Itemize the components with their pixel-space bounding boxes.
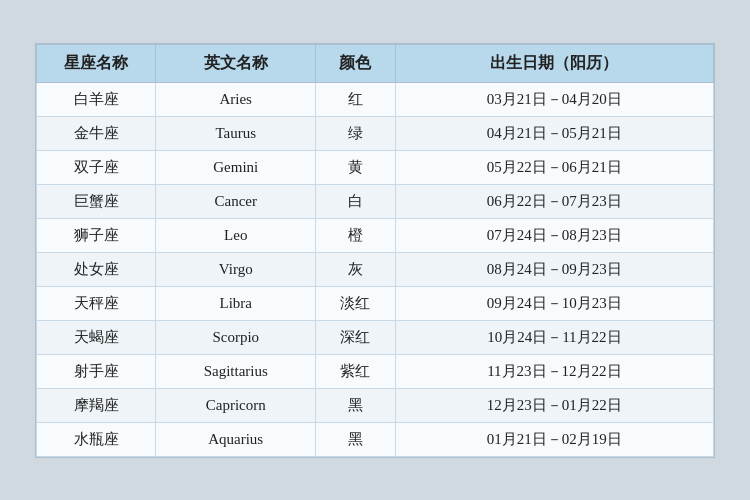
cell-chinese: 天秤座 <box>37 286 156 320</box>
cell-chinese: 白羊座 <box>37 82 156 116</box>
cell-english: Leo <box>156 218 316 252</box>
cell-date: 10月24日－11月22日 <box>395 320 713 354</box>
table-row: 巨蟹座Cancer白06月22日－07月23日 <box>37 184 714 218</box>
cell-date: 06月22日－07月23日 <box>395 184 713 218</box>
cell-english: Virgo <box>156 252 316 286</box>
cell-color: 黑 <box>315 388 395 422</box>
cell-chinese: 巨蟹座 <box>37 184 156 218</box>
cell-english: Sagittarius <box>156 354 316 388</box>
cell-chinese: 水瓶座 <box>37 422 156 456</box>
cell-date: 04月21日－05月21日 <box>395 116 713 150</box>
cell-color: 绿 <box>315 116 395 150</box>
cell-chinese: 金牛座 <box>37 116 156 150</box>
cell-date: 01月21日－02月19日 <box>395 422 713 456</box>
cell-english: Scorpio <box>156 320 316 354</box>
cell-color: 橙 <box>315 218 395 252</box>
cell-color: 黑 <box>315 422 395 456</box>
header-color: 颜色 <box>315 44 395 82</box>
cell-color: 白 <box>315 184 395 218</box>
cell-chinese: 狮子座 <box>37 218 156 252</box>
cell-color: 黄 <box>315 150 395 184</box>
cell-english: Capricorn <box>156 388 316 422</box>
cell-date: 03月21日－04月20日 <box>395 82 713 116</box>
cell-date: 08月24日－09月23日 <box>395 252 713 286</box>
table-row: 天秤座Libra淡红09月24日－10月23日 <box>37 286 714 320</box>
header-english: 英文名称 <box>156 44 316 82</box>
cell-color: 灰 <box>315 252 395 286</box>
cell-color: 淡红 <box>315 286 395 320</box>
cell-chinese: 天蝎座 <box>37 320 156 354</box>
zodiac-table-container: 星座名称 英文名称 颜色 出生日期（阳历） 白羊座Aries红03月21日－04… <box>35 43 715 458</box>
cell-english: Taurus <box>156 116 316 150</box>
cell-date: 09月24日－10月23日 <box>395 286 713 320</box>
cell-english: Gemini <box>156 150 316 184</box>
table-row: 射手座Sagittarius紫红11月23日－12月22日 <box>37 354 714 388</box>
zodiac-table: 星座名称 英文名称 颜色 出生日期（阳历） 白羊座Aries红03月21日－04… <box>36 44 714 457</box>
table-row: 天蝎座Scorpio深红10月24日－11月22日 <box>37 320 714 354</box>
table-row: 双子座Gemini黄05月22日－06月21日 <box>37 150 714 184</box>
cell-chinese: 双子座 <box>37 150 156 184</box>
cell-chinese: 射手座 <box>37 354 156 388</box>
cell-english: Cancer <box>156 184 316 218</box>
cell-color: 紫红 <box>315 354 395 388</box>
cell-english: Libra <box>156 286 316 320</box>
table-row: 摩羯座Capricorn黑12月23日－01月22日 <box>37 388 714 422</box>
table-row: 白羊座Aries红03月21日－04月20日 <box>37 82 714 116</box>
table-row: 金牛座Taurus绿04月21日－05月21日 <box>37 116 714 150</box>
table-header-row: 星座名称 英文名称 颜色 出生日期（阳历） <box>37 44 714 82</box>
table-row: 处女座Virgo灰08月24日－09月23日 <box>37 252 714 286</box>
cell-chinese: 处女座 <box>37 252 156 286</box>
cell-date: 05月22日－06月21日 <box>395 150 713 184</box>
table-row: 水瓶座Aquarius黑01月21日－02月19日 <box>37 422 714 456</box>
cell-color: 红 <box>315 82 395 116</box>
cell-date: 11月23日－12月22日 <box>395 354 713 388</box>
header-chinese: 星座名称 <box>37 44 156 82</box>
cell-color: 深红 <box>315 320 395 354</box>
table-row: 狮子座Leo橙07月24日－08月23日 <box>37 218 714 252</box>
header-date: 出生日期（阳历） <box>395 44 713 82</box>
cell-english: Aquarius <box>156 422 316 456</box>
cell-date: 12月23日－01月22日 <box>395 388 713 422</box>
cell-chinese: 摩羯座 <box>37 388 156 422</box>
cell-english: Aries <box>156 82 316 116</box>
cell-date: 07月24日－08月23日 <box>395 218 713 252</box>
